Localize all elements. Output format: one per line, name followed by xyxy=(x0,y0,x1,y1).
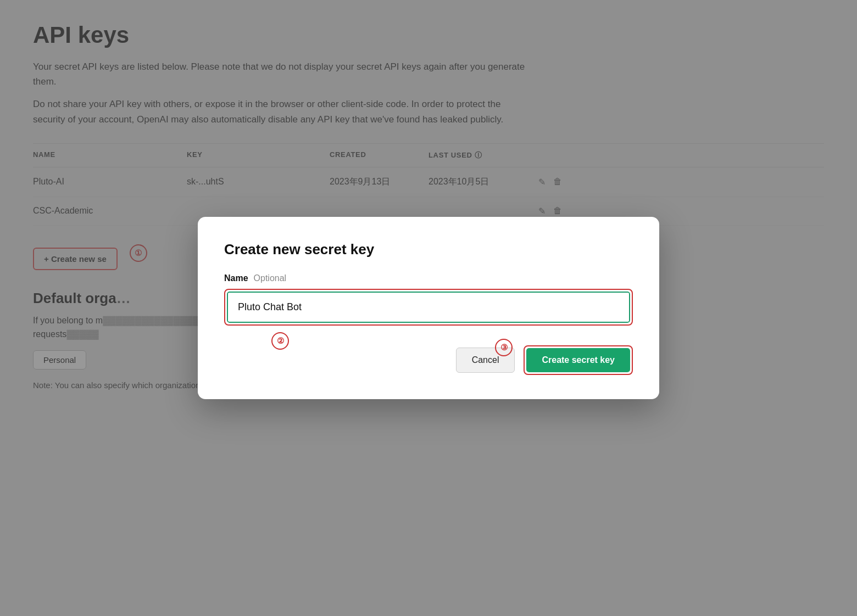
input-inner-wrapper xyxy=(227,292,630,323)
modal-dialog: Create new secret key Name Optional ② ③ … xyxy=(198,217,659,399)
optional-label: Optional xyxy=(254,273,287,283)
create-secret-btn-wrapper: Create secret key xyxy=(524,345,633,375)
modal-actions: ③ Cancel Create secret key xyxy=(224,345,633,375)
modal-overlay: Create new secret key Name Optional ② ③ … xyxy=(0,0,857,616)
input-outer-wrapper xyxy=(224,289,633,326)
modal-title: Create new secret key xyxy=(224,241,633,258)
secret-key-name-input[interactable] xyxy=(228,293,629,322)
create-secret-key-button[interactable]: Create secret key xyxy=(526,348,630,372)
name-label: Name xyxy=(224,273,248,283)
create-btn-area: ③ Cancel xyxy=(456,348,515,373)
modal-label-row: Name Optional xyxy=(224,273,633,283)
input-area: ② xyxy=(224,289,633,326)
